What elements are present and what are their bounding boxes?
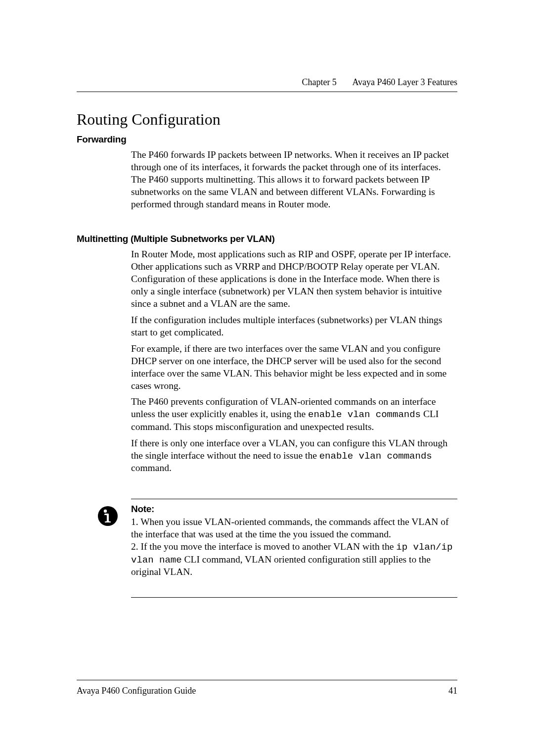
para: For example, if there are two interfaces… — [131, 343, 457, 392]
footer-rule — [77, 680, 457, 680]
chapter-label: Chapter 5 — [302, 77, 336, 87]
code: enable vlan commands — [319, 451, 432, 462]
para: The P460 prevents configuration of VLAN-… — [131, 396, 457, 433]
header-rule — [77, 92, 457, 92]
running-header: Chapter 5 Avaya P460 Layer 3 Features — [302, 77, 457, 88]
chapter-title: Avaya P460 Layer 3 Features — [352, 77, 457, 87]
note-block: Note: 1. When you issue VLAN-oriented co… — [131, 503, 457, 578]
code: enable vlan commands — [308, 409, 421, 420]
para: If the configuration includes multiple i… — [131, 314, 457, 339]
heading-forwarding: Forwarding — [77, 134, 126, 145]
footer-page-number: 41 — [448, 686, 457, 696]
page-title: Routing Configuration — [77, 110, 221, 129]
para: In Router Mode, most applications such a… — [131, 248, 457, 310]
para: If there is only one interface over a VL… — [131, 437, 457, 474]
body-forwarding: The P460 forwards IP packets between IP … — [131, 149, 457, 211]
note-heading: Note: — [131, 503, 457, 515]
svg-point-1 — [104, 510, 107, 513]
info-icon — [97, 506, 118, 526]
text: command. — [131, 463, 172, 473]
page: Chapter 5 Avaya P460 Layer 3 Features Ro… — [0, 0, 534, 756]
note-rule-bottom — [131, 597, 457, 598]
note-line-2-pre: 2. If the you move the interface is move… — [131, 541, 396, 552]
note-line-1: 1. When you issue VLAN-oriented commands… — [131, 517, 448, 539]
heading-multinetting: Multinetting (Multiple Subnetworks per V… — [77, 234, 275, 244]
footer-doc-title: Avaya P460 Configuration Guide — [77, 686, 196, 696]
note-rule-top — [131, 499, 457, 499]
body-multinetting: In Router Mode, most applications such a… — [131, 248, 457, 478]
